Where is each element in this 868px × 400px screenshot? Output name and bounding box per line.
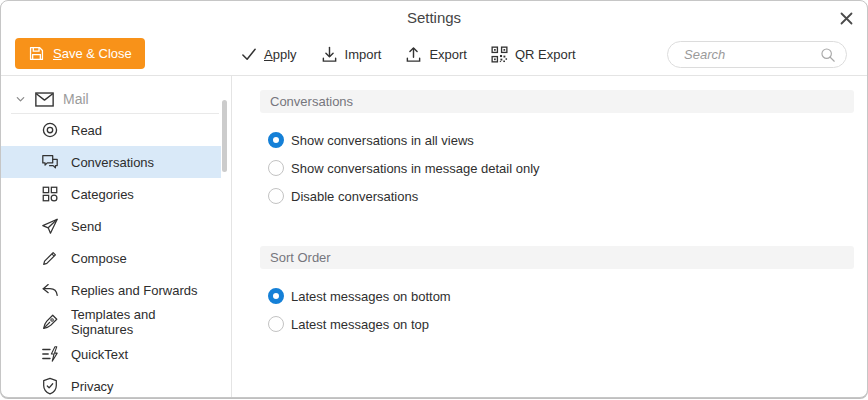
section-header-conversations: Conversations (260, 90, 854, 113)
save-button-label: Save & Close (53, 46, 132, 61)
sidebar-item-compose[interactable]: Compose (1, 242, 221, 274)
sidebar-item-conversations[interactable]: Conversations (1, 146, 221, 178)
section-title: Conversations (270, 94, 353, 109)
sidebar-item-categories[interactable]: Categories (1, 178, 221, 210)
export-label: Export (429, 47, 467, 62)
toolbar: Save & Close Apply Import (1, 33, 867, 76)
sidebar-item-label: Templates and Signatures (71, 307, 221, 337)
sidebar-item-send[interactable]: Send (1, 210, 221, 242)
radio-option-disable-conversations[interactable]: Disable conversations (268, 182, 854, 210)
sidebar-item-label: Read (71, 123, 102, 138)
sidebar-item-label: Conversations (71, 155, 154, 170)
pencil-icon (41, 249, 59, 267)
sidebar-item-label: Privacy (71, 379, 114, 394)
fountain-pen-icon (41, 313, 59, 331)
shield-check-icon (41, 377, 59, 395)
radio-selected-icon[interactable] (268, 288, 284, 304)
check-icon (241, 46, 257, 62)
radio-option-all-views[interactable]: Show conversations in all views (268, 126, 854, 154)
qr-export-label: QR Export (515, 47, 576, 62)
apply-label: Apply (264, 47, 297, 62)
import-label: Import (345, 47, 382, 62)
option-label: Show conversations in all views (291, 133, 474, 148)
radio-unselected-icon[interactable] (268, 188, 284, 204)
sidebar-item-label: Categories (71, 187, 134, 202)
settings-window: Settings Save & Close (0, 0, 868, 398)
reply-arrow-icon (41, 281, 59, 299)
paper-plane-icon (41, 217, 59, 235)
export-button[interactable]: Export (405, 46, 467, 63)
settings-content: Conversations Show conversations in all … (232, 76, 867, 397)
eye-icon (41, 121, 59, 139)
radio-option-latest-top[interactable]: Latest messages on top (268, 310, 854, 338)
save-and-close-button[interactable]: Save & Close (15, 38, 145, 69)
section-title: Sort Order (270, 250, 331, 265)
sidebar-item-privacy[interactable]: Privacy (1, 370, 221, 398)
main-area: Mail Read Conversations (1, 76, 867, 397)
search-input[interactable] (684, 47, 820, 62)
sidebar-scrollbar-thumb[interactable] (222, 100, 227, 172)
sort-order-options: Latest messages on bottom Latest message… (268, 282, 854, 338)
export-icon (405, 46, 422, 63)
qr-icon (491, 46, 508, 63)
section-header-sort-order: Sort Order (260, 246, 854, 269)
option-label: Latest messages on top (291, 317, 429, 332)
import-icon (321, 46, 338, 63)
qr-export-button[interactable]: QR Export (491, 46, 576, 63)
conversations-options: Show conversations in all views Show con… (268, 126, 854, 210)
radio-unselected-icon[interactable] (268, 316, 284, 332)
sidebar-item-label: Replies and Forwards (71, 283, 197, 298)
radio-selected-icon[interactable] (268, 132, 284, 148)
quicktext-bolt-icon (41, 345, 59, 363)
sidebar-item-label: Send (71, 219, 101, 234)
radio-option-message-detail-only[interactable]: Show conversations in message detail onl… (268, 154, 854, 182)
option-label: Show conversations in message detail onl… (291, 161, 540, 176)
sidebar-item-label: QuickText (71, 347, 128, 362)
sidebar-item-quicktext[interactable]: QuickText (1, 338, 221, 370)
sidebar-group-mail[interactable]: Mail (1, 86, 231, 112)
close-icon (840, 12, 853, 25)
chevron-down-icon (15, 94, 26, 105)
sidebar-item-read[interactable]: Read (1, 114, 221, 146)
search-icon[interactable] (820, 47, 836, 63)
search-box (667, 41, 847, 68)
page-title: Settings (1, 9, 867, 26)
import-button[interactable]: Import (321, 46, 382, 63)
chat-bubbles-icon (41, 153, 59, 171)
categories-grid-icon (41, 185, 59, 203)
mail-envelope-icon (35, 92, 54, 107)
sidebar-item-templates-signatures[interactable]: Templates and Signatures (1, 306, 221, 338)
sidebar-item-label: Compose (71, 251, 127, 266)
section-gap (260, 228, 854, 246)
settings-dialog: Settings Save & Close (0, 0, 868, 400)
sidebar-group-label: Mail (63, 91, 89, 107)
titlebar: Settings (1, 1, 867, 33)
apply-button[interactable]: Apply (241, 46, 297, 62)
toolbar-actions: Apply Import Export (241, 33, 576, 75)
radio-unselected-icon[interactable] (268, 160, 284, 176)
close-button[interactable] (835, 7, 857, 29)
option-label: Disable conversations (291, 189, 418, 204)
sidebar: Mail Read Conversations (1, 76, 232, 397)
save-floppy-icon (28, 45, 45, 62)
sidebar-item-replies-forwards[interactable]: Replies and Forwards (1, 274, 221, 306)
option-label: Latest messages on bottom (291, 289, 451, 304)
radio-option-latest-bottom[interactable]: Latest messages on bottom (268, 282, 854, 310)
